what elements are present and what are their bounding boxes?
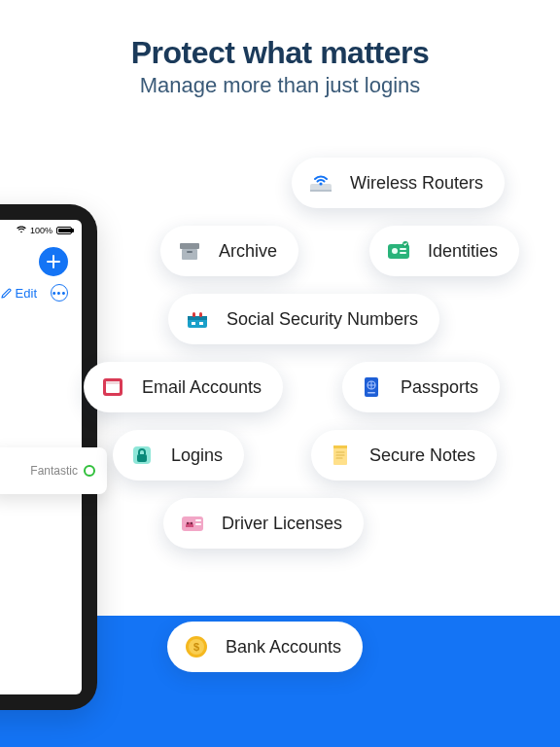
svg-point-28 <box>187 522 189 524</box>
category-ssn[interactable]: Social Security Numbers <box>168 294 439 344</box>
passport-icon <box>356 372 387 403</box>
category-bank-accounts[interactable]: $ Bank Accounts <box>167 622 363 672</box>
pill-label: Passports <box>401 377 478 398</box>
category-driver-licenses[interactable]: Driver Licenses <box>163 498 364 549</box>
svg-rect-19 <box>106 381 120 384</box>
svg-rect-14 <box>199 312 202 317</box>
category-archive[interactable]: Archive <box>160 226 298 276</box>
category-identities[interactable]: Identities <box>369 226 519 276</box>
category-passports[interactable]: Passports <box>342 362 500 412</box>
pill-label: Social Security Numbers <box>227 309 418 330</box>
lock-icon <box>126 440 158 471</box>
category-logins[interactable]: Logins <box>113 430 244 480</box>
svg-rect-16 <box>199 322 203 325</box>
category-email[interactable]: Email Accounts <box>84 362 283 412</box>
svg-point-7 <box>392 248 398 254</box>
license-icon <box>177 508 208 539</box>
svg-text:$: $ <box>193 641 199 653</box>
ssn-icon <box>182 303 213 335</box>
identity-icon <box>383 235 414 267</box>
note-icon <box>325 440 356 471</box>
svg-rect-15 <box>192 322 195 325</box>
svg-rect-1 <box>310 190 332 192</box>
svg-rect-22 <box>368 392 375 394</box>
svg-point-2 <box>319 182 322 185</box>
category-secure-notes[interactable]: Secure Notes <box>311 430 497 480</box>
svg-point-29 <box>191 522 192 524</box>
archive-icon <box>174 235 205 267</box>
svg-rect-8 <box>400 248 406 250</box>
pill-label: Driver Licenses <box>222 514 342 534</box>
pill-label: Identities <box>428 241 498 262</box>
pill-label: Email Accounts <box>142 377 262 398</box>
svg-rect-9 <box>400 252 406 254</box>
router-icon <box>305 167 336 198</box>
svg-rect-13 <box>192 312 195 317</box>
category-wireless-routers[interactable]: Wireless Routers <box>292 158 505 208</box>
pill-label: Logins <box>171 445 223 466</box>
svg-rect-26 <box>333 445 347 448</box>
svg-rect-31 <box>195 523 201 525</box>
pill-label: Wireless Routers <box>350 173 483 194</box>
svg-rect-24 <box>137 454 147 462</box>
svg-rect-30 <box>195 519 201 521</box>
svg-rect-5 <box>187 251 192 253</box>
pill-label: Bank Accounts <box>226 637 341 658</box>
svg-rect-3 <box>180 243 199 249</box>
bank-icon: $ <box>181 631 212 662</box>
email-icon <box>97 372 128 403</box>
svg-rect-4 <box>182 249 197 260</box>
svg-rect-12 <box>188 316 207 320</box>
pill-label: Archive <box>219 241 277 262</box>
pill-label: Secure Notes <box>369 445 475 466</box>
